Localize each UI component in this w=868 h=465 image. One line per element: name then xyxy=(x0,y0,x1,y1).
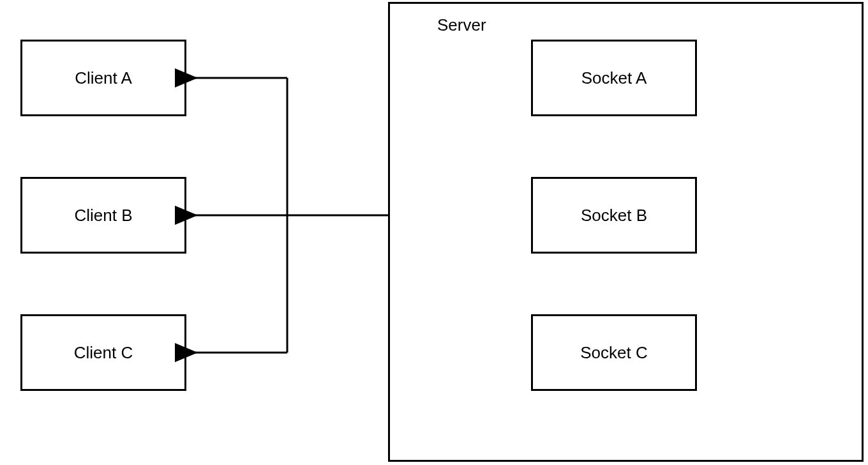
client-a-label: Client A xyxy=(75,68,132,88)
client-c-label: Client C xyxy=(74,343,133,363)
socket-b-label: Socket B xyxy=(581,206,647,225)
client-b-box: Client B xyxy=(20,177,186,254)
client-a-box: Client A xyxy=(20,40,186,116)
server-label: Server xyxy=(437,15,486,35)
socket-c-box: Socket C xyxy=(531,314,697,391)
client-b-label: Client B xyxy=(74,206,132,225)
socket-c-label: Socket C xyxy=(580,343,648,363)
socket-a-label: Socket A xyxy=(581,68,647,88)
client-c-box: Client C xyxy=(20,314,186,391)
socket-b-box: Socket B xyxy=(531,177,697,254)
socket-a-box: Socket A xyxy=(531,40,697,116)
